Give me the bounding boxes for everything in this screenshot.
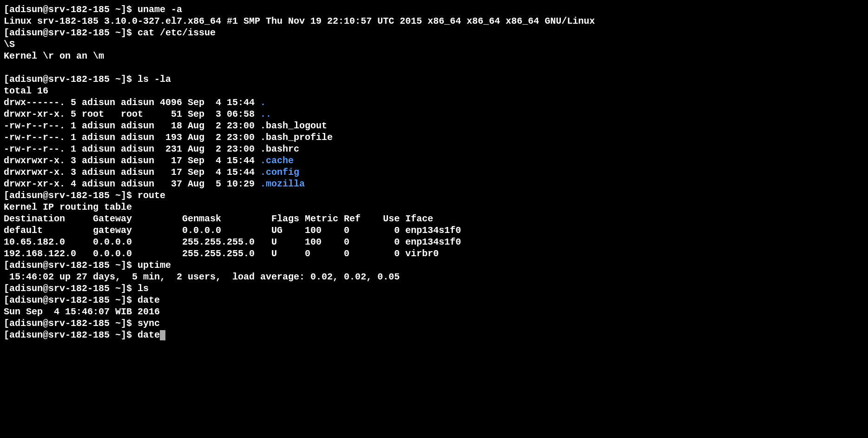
file-perms: -rw-r--r--. 1 adisun adisun 18 Aug 2 23:… [4, 120, 260, 131]
file-perms: drwx------. 5 adisun adisun 4096 Sep 4 1… [4, 97, 260, 108]
prompt: [adisun@srv-182-185 ~]$ [4, 4, 138, 15]
file-perms: drwxrwxr-x. 3 adisun adisun 17 Sep 4 15:… [4, 155, 260, 166]
file-perms: -rw-r--r--. 1 adisun adisun 193 Aug 2 23… [4, 132, 260, 143]
file-name: .mozilla [260, 179, 305, 189]
prompt-line: [adisun@srv-182-185 ~]$ ls [4, 283, 864, 294]
command-text: ls [138, 283, 149, 294]
file-name: .bashrc [260, 144, 299, 154]
output-line: 15:46:02 up 27 days, 5 min, 2 users, loa… [4, 271, 864, 283]
file-name: .bash_profile [260, 132, 333, 143]
prompt: [adisun@srv-182-185 ~]$ [4, 27, 138, 38]
ls-row: drwxr-xr-x. 4 adisun adisun 37 Aug 5 10:… [4, 178, 864, 190]
prompt: [adisun@srv-182-185 ~]$ [4, 190, 138, 201]
prompt-line: [adisun@srv-182-185 ~]$ uptime [4, 259, 864, 271]
file-name: .cache [260, 155, 294, 166]
command-text: uname -a [138, 4, 182, 15]
prompt-line: [adisun@srv-182-185 ~]$ date [4, 294, 864, 306]
prompt: [adisun@srv-182-185 ~]$ [4, 318, 138, 329]
output-line [4, 62, 864, 73]
prompt: [adisun@srv-182-185 ~]$ [4, 330, 138, 340]
ls-row: -rw-r--r--. 1 adisun adisun 18 Aug 2 23:… [4, 120, 864, 132]
prompt: [adisun@srv-182-185 ~]$ [4, 260, 138, 271]
ls-row: drwx------. 5 adisun adisun 4096 Sep 4 1… [4, 97, 864, 108]
prompt-line: [adisun@srv-182-185 ~]$ route [4, 190, 864, 201]
output-line: Kernel IP routing table [4, 201, 864, 213]
output-line: default gateway 0.0.0.0 UG 100 0 0 enp13… [4, 225, 864, 236]
command-text: ls -la [138, 74, 171, 85]
prompt: [adisun@srv-182-185 ~]$ [4, 295, 138, 305]
output-line: Destination Gateway Genmask Flags Metric… [4, 213, 864, 225]
output-line: Linux srv-182-185 3.10.0-327.el7.x86_64 … [4, 15, 864, 27]
cursor-icon [160, 330, 165, 340]
prompt: [adisun@srv-182-185 ~]$ [4, 74, 138, 85]
command-text: route [138, 190, 165, 201]
output-line: 192.168.122.0 0.0.0.0 255.255.255.0 U 0 … [4, 248, 864, 259]
file-name: . [260, 97, 266, 108]
prompt-line: [adisun@srv-182-185 ~]$ uname -a [4, 4, 864, 15]
output-line: Kernel \r on an \m [4, 50, 864, 62]
current-prompt-line[interactable]: [adisun@srv-182-185 ~]$ date [4, 329, 864, 341]
command-text: sync [138, 318, 160, 329]
prompt-line: [adisun@srv-182-185 ~]$ sync [4, 318, 864, 329]
file-perms: drwxr-xr-x. 4 adisun adisun 37 Aug 5 10:… [4, 179, 260, 189]
ls-row: -rw-r--r--. 1 adisun adisun 193 Aug 2 23… [4, 132, 864, 143]
file-perms: -rw-r--r--. 1 adisun adisun 231 Aug 2 23… [4, 144, 260, 154]
ls-row: drwxrwxr-x. 3 adisun adisun 17 Sep 4 15:… [4, 166, 864, 178]
ls-row: -rw-r--r--. 1 adisun adisun 231 Aug 2 23… [4, 143, 864, 155]
prompt-line: [adisun@srv-182-185 ~]$ ls -la [4, 73, 864, 85]
ls-row: drwxr-xr-x. 5 root root 51 Sep 3 06:58 .… [4, 108, 864, 120]
output-line: total 16 [4, 85, 864, 97]
command-text: date [138, 295, 160, 305]
output-line: Sun Sep 4 15:46:07 WIB 2016 [4, 306, 864, 318]
output-line: 10.65.182.0 0.0.0.0 255.255.255.0 U 100 … [4, 236, 864, 248]
file-name: .. [260, 109, 271, 119]
prompt-line: [adisun@srv-182-185 ~]$ cat /etc/issue [4, 27, 864, 39]
output-line: \S [4, 39, 864, 50]
command-text: cat /etc/issue [138, 27, 216, 38]
file-perms: drwxrwxr-x. 3 adisun adisun 17 Sep 4 15:… [4, 167, 260, 178]
command-text: uptime [138, 260, 171, 271]
file-perms: drwxr-xr-x. 5 root root 51 Sep 3 06:58 [4, 109, 260, 119]
command-input[interactable]: date [138, 330, 160, 340]
file-name: .config [260, 167, 299, 178]
file-name: .bash_logout [260, 120, 327, 131]
prompt: [adisun@srv-182-185 ~]$ [4, 283, 138, 294]
ls-row: drwxrwxr-x. 3 adisun adisun 17 Sep 4 15:… [4, 155, 864, 166]
terminal[interactable]: [adisun@srv-182-185 ~]$ uname -aLinux sr… [4, 4, 864, 341]
